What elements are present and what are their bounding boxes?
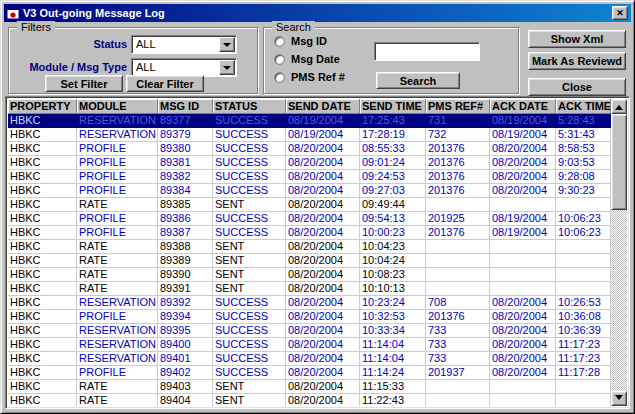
cell-send-date: 08/20/2004 [286, 338, 360, 352]
filters-legend: Filters [17, 21, 55, 33]
message-log-table: PROPERTYMODULEMSG IDSTATUSSEND DATESEND … [5, 96, 630, 409]
cell-ack-date [490, 198, 556, 212]
cell-ack-date [490, 394, 556, 406]
cell-module: PROFILE [77, 184, 158, 198]
cell-status: SENT [213, 282, 286, 296]
cell-send-time: 11:15:33 [360, 380, 426, 394]
module-dropdown-arrow-icon[interactable] [219, 60, 235, 75]
column-header-ack-date[interactable]: ACK DATE [490, 99, 556, 114]
table-row[interactable]: HBKCRATE89389SENT08/20/200410:04:24 [8, 254, 611, 268]
search-button[interactable]: Search [376, 72, 460, 89]
cell-send-time: 09:24:53 [360, 170, 426, 184]
status-dropdown[interactable]: ALL [131, 35, 237, 54]
table-row[interactable]: HBKCRESERVATION89395SUCCESS08/20/200410:… [8, 324, 611, 338]
table-row[interactable]: HBKCPROFILE89394SUCCESS08/20/200410:32:5… [8, 310, 611, 324]
table-row[interactable]: HBKCRATE89403SENT08/20/200411:15:33 [8, 380, 611, 394]
table-row[interactable]: HBKCPROFILE89380SUCCESS08/20/200408:55:3… [8, 142, 611, 156]
cell-pms-ref: 731 [426, 114, 490, 128]
filters-group: Filters Status ALL Module / Msg Type ALL… [8, 27, 258, 94]
cell-ack-date: 08/20/2004 [490, 366, 556, 380]
column-header-module[interactable]: MODULE [77, 99, 158, 114]
table-grid: PROPERTYMODULEMSG IDSTATUSSEND DATESEND … [8, 99, 611, 406]
cell-module: RATE [77, 394, 158, 406]
cell-pms-ref: 201376 [426, 184, 490, 198]
cell-send-date: 08/20/2004 [286, 142, 360, 156]
cell-send-date: 08/20/2004 [286, 394, 360, 406]
close-button[interactable]: Close [528, 78, 626, 96]
cell-msg-id: 89379 [158, 128, 213, 142]
table-row[interactable]: HBKCRATE89391SENT08/20/200410:10:13 [8, 282, 611, 296]
module-msg-type-label: Module / Msg Type [13, 61, 127, 73]
table-row[interactable]: HBKCRESERVATION89377SUCCESS08/19/200417:… [8, 114, 611, 128]
cell-ack-date: 08/20/2004 [490, 156, 556, 170]
cell-property: HBKC [8, 380, 77, 394]
table-row[interactable]: HBKCRATE89388SENT08/20/200410:04:23 [8, 240, 611, 254]
cell-property: HBKC [8, 324, 77, 338]
table-row[interactable]: HBKCPROFILE89386SUCCESS08/20/200409:54:1… [8, 212, 611, 226]
cell-send-date: 08/20/2004 [286, 296, 360, 310]
status-dropdown-arrow-icon[interactable] [219, 37, 235, 52]
table-row[interactable]: HBKCPROFILE89381SUCCESS08/20/200409:01:2… [8, 156, 611, 170]
table-row[interactable]: HBKCRESERVATION89392SUCCESS08/20/200410:… [8, 296, 611, 310]
cell-send-time: 10:00:23 [360, 226, 426, 240]
table-row[interactable]: HBKCPROFILE89387SUCCESS08/20/200410:00:2… [8, 226, 611, 240]
show-xml-button[interactable]: Show Xml [528, 30, 626, 48]
scroll-up-button[interactable] [611, 99, 627, 114]
cell-module: RATE [77, 282, 158, 296]
table-row[interactable]: HBKCPROFILE89384SUCCESS08/20/200409:27:0… [8, 184, 611, 198]
column-header-property[interactable]: PROPERTY [8, 99, 77, 114]
cell-ack-time: 11:17:23 [556, 352, 611, 366]
table-row[interactable]: HBKCRESERVATION89379SUCCESS08/19/200417:… [8, 128, 611, 142]
app-icon [7, 7, 19, 19]
table-row[interactable]: HBKCRESERVATION89401SUCCESS08/20/200411:… [8, 352, 611, 366]
cell-status: SENT [213, 268, 286, 282]
column-header-ack-time[interactable]: ACK TIME [556, 99, 611, 114]
cell-msg-id: 89384 [158, 184, 213, 198]
table-row[interactable]: HBKCPROFILE89402SUCCESS08/20/200411:14:2… [8, 366, 611, 380]
column-header-send-date[interactable]: SEND DATE [286, 99, 360, 114]
table-row[interactable]: HBKCRATE89390SENT08/20/200410:08:23 [8, 268, 611, 282]
cell-send-time: 09:27:03 [360, 184, 426, 198]
column-header-msg-id[interactable]: MSG ID [158, 99, 213, 114]
column-header-pms-ref[interactable]: PMS REF# [426, 99, 490, 114]
cell-ack-time: 10:36:08 [556, 310, 611, 324]
scrollbar-thumb[interactable] [611, 114, 627, 210]
cell-ack-time [556, 198, 611, 212]
search-input[interactable] [374, 42, 480, 61]
cell-module: PROFILE [77, 142, 158, 156]
cell-status: SUCCESS [213, 324, 286, 338]
pms-ref-radio[interactable] [274, 72, 285, 83]
cell-send-time: 10:10:13 [360, 282, 426, 296]
table-row[interactable]: HBKCRESERVATION89400SUCCESS08/20/200411:… [8, 338, 611, 352]
scroll-down-button[interactable] [611, 391, 627, 406]
table-row[interactable]: HBKCPROFILE89382SUCCESS08/20/200409:24:5… [8, 170, 611, 184]
cell-status: SUCCESS [213, 296, 286, 310]
clear-filter-button[interactable]: Clear Filter [126, 75, 204, 92]
vertical-scrollbar[interactable] [611, 99, 627, 406]
cell-ack-date: 08/20/2004 [490, 296, 556, 310]
table-row[interactable]: HBKCRATE89385SENT08/20/200409:49:44 [8, 198, 611, 212]
cell-pms-ref: 733 [426, 352, 490, 366]
cell-status: SUCCESS [213, 114, 286, 128]
status-label: Status [13, 38, 127, 50]
cell-msg-id: 89387 [158, 226, 213, 240]
cell-send-time: 10:33:34 [360, 324, 426, 338]
cell-status: SUCCESS [213, 310, 286, 324]
cell-send-date: 08/20/2004 [286, 170, 360, 184]
column-header-send-time[interactable]: SEND TIME [360, 99, 426, 114]
msg-date-radio[interactable] [274, 54, 285, 65]
table-row[interactable]: HBKCRATE89404SENT08/20/200411:22:43 [8, 394, 611, 406]
cell-module: RATE [77, 240, 158, 254]
cell-ack-date: 08/20/2004 [490, 352, 556, 366]
cell-pms-ref [426, 198, 490, 212]
cell-module: RATE [77, 254, 158, 268]
close-window-button[interactable]: ✕ [612, 6, 628, 20]
cell-pms-ref [426, 380, 490, 394]
cell-pms-ref: 733 [426, 338, 490, 352]
scroll-down-arrow-icon [615, 395, 623, 404]
msg-id-radio[interactable] [274, 36, 285, 47]
cell-status: SUCCESS [213, 142, 286, 156]
column-header-status[interactable]: STATUS [213, 99, 286, 114]
mark-as-reviewed-button[interactable]: Mark As Reviewd [528, 52, 626, 70]
set-filter-button[interactable]: Set Filter [45, 75, 123, 92]
